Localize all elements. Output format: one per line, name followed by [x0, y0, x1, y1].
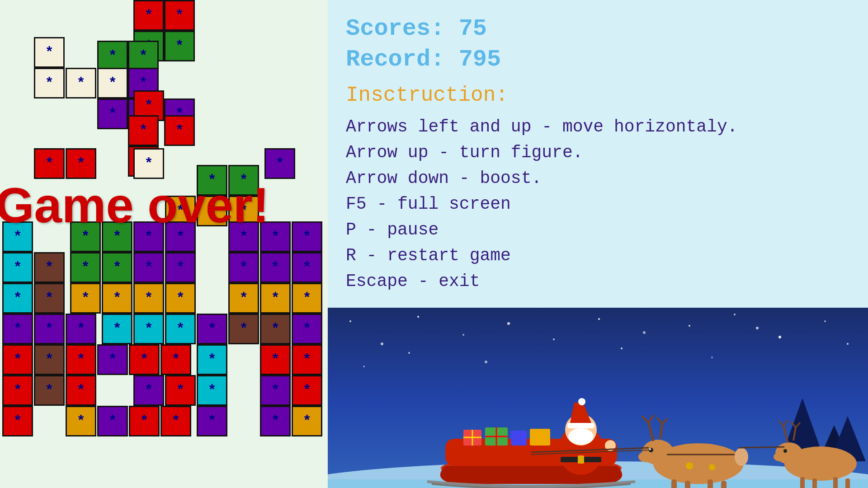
svg-rect-59: [671, 479, 677, 488]
svg-point-19: [756, 327, 759, 329]
santa-scene: [328, 308, 868, 488]
block: *: [164, 31, 195, 61]
block: *: [128, 115, 159, 146]
block: *: [197, 344, 227, 375]
block: *: [70, 283, 101, 314]
block: *: [164, 115, 195, 146]
block: *: [133, 314, 164, 344]
block: *: [292, 375, 322, 406]
svg-point-16: [485, 361, 487, 363]
block: *: [165, 252, 196, 283]
block: *: [34, 283, 65, 314]
block: *: [160, 344, 191, 375]
svg-point-8: [643, 331, 646, 334]
block: *: [228, 252, 259, 283]
svg-point-65: [709, 464, 715, 470]
svg-point-10: [734, 314, 736, 315]
block: *: [2, 252, 33, 283]
svg-point-2: [381, 343, 383, 345]
instruction-line-4: F5 - full screen: [346, 191, 850, 217]
block: *: [97, 68, 128, 99]
block: *: [129, 406, 160, 436]
svg-point-43: [568, 428, 594, 445]
block: *: [264, 148, 295, 179]
game-board: Game over! *****************************…: [0, 0, 328, 488]
block: *: [133, 0, 164, 31]
block: *: [34, 148, 65, 179]
record-value: Record: 795: [346, 44, 850, 75]
svg-point-15: [408, 352, 410, 354]
block: *: [260, 252, 291, 283]
instruction-line-1: Arrows left and up - move horizontaly.: [346, 114, 850, 140]
block: *: [292, 221, 322, 252]
block: *: [292, 283, 322, 314]
block: *: [292, 344, 322, 375]
svg-point-50: [638, 451, 655, 462]
svg-point-17: [621, 347, 623, 349]
block: *: [160, 406, 191, 436]
svg-rect-31: [530, 429, 550, 446]
block: *: [260, 344, 291, 375]
block: *: [66, 406, 96, 436]
block: *: [292, 314, 322, 344]
scores-value: Scores: 75: [346, 14, 850, 44]
svg-point-7: [598, 318, 600, 320]
right-panel: Scores: 75 Record: 795 Insctruction: Arr…: [328, 0, 868, 488]
instruction-line-7: Escape - exit: [346, 268, 850, 294]
svg-rect-39: [567, 423, 594, 428]
instruction-title: Insctruction:: [346, 84, 850, 107]
svg-rect-78: [833, 477, 838, 488]
block: *: [34, 37, 65, 68]
svg-rect-79: [845, 479, 850, 488]
block: *: [133, 283, 164, 314]
block: *: [34, 314, 65, 344]
santa-svg: [328, 308, 868, 488]
block: *: [102, 283, 132, 314]
block: *: [292, 406, 322, 436]
instructions-text: Arrows left and up - move horizontaly. A…: [346, 114, 850, 294]
block: *: [2, 375, 33, 406]
game-over-text: Game over!: [0, 176, 269, 234]
block: *: [165, 314, 196, 344]
svg-point-11: [778, 336, 781, 338]
block: *: [133, 375, 164, 406]
svg-point-13: [847, 343, 849, 345]
svg-point-57: [649, 448, 653, 452]
block: *: [66, 314, 96, 344]
svg-point-64: [686, 462, 693, 469]
block: *: [228, 314, 259, 344]
svg-rect-62: [721, 481, 726, 488]
svg-point-58: [649, 448, 651, 450]
svg-rect-77: [812, 479, 817, 488]
block: *: [129, 344, 160, 375]
svg-rect-60: [685, 481, 690, 488]
instruction-line-3: Arrow down - boost.: [346, 165, 850, 191]
block: *: [66, 344, 96, 375]
block: *: [165, 375, 196, 406]
block: *: [197, 314, 227, 344]
block: *: [66, 68, 96, 99]
block: *: [260, 283, 291, 314]
block: *: [133, 252, 164, 283]
block: *: [2, 283, 33, 314]
svg-point-18: [711, 357, 713, 358]
svg-line-82: [739, 447, 784, 448]
svg-point-75: [783, 449, 787, 453]
block: *: [97, 99, 128, 129]
svg-point-1: [349, 320, 351, 322]
svg-rect-76: [800, 477, 805, 488]
block: *: [2, 344, 33, 375]
svg-point-6: [553, 338, 555, 340]
block: *: [292, 252, 322, 283]
block: *: [197, 375, 227, 406]
svg-point-5: [507, 322, 510, 325]
block: *: [70, 252, 101, 283]
block: *: [66, 375, 96, 406]
instruction-line-2: Arrow up - turn figure.: [346, 140, 850, 165]
block: *: [34, 344, 65, 375]
block: *: [133, 148, 164, 179]
block: *: [2, 406, 33, 436]
svg-rect-61: [708, 479, 713, 488]
svg-point-9: [689, 325, 690, 327]
svg-point-63: [735, 448, 748, 466]
